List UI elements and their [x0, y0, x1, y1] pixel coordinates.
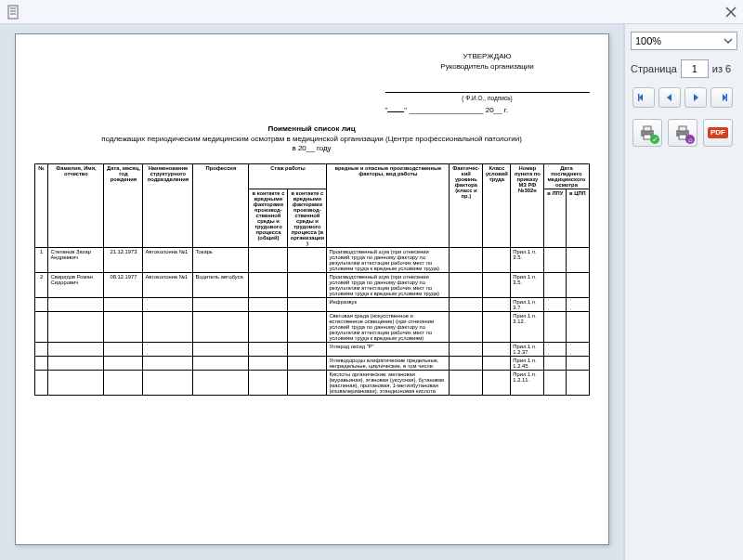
svg-rect-0: [8, 6, 18, 19]
table-cell: [249, 371, 288, 396]
table-cell: Прил.1 п. 3.5.: [511, 248, 544, 273]
table-body: 1Степанов Захар Андреевич21.12.1973Авток…: [34, 248, 589, 396]
zoom-row: 100%: [631, 32, 737, 50]
table-cell: [544, 248, 567, 273]
table-cell: [567, 248, 589, 273]
table-cell: [450, 371, 483, 396]
table-cell: Степанов Захар Андреевич: [48, 248, 104, 273]
table-cell: Прил.1 п. 1.2.37.: [511, 343, 544, 357]
th-cpp: в ЦПП: [567, 189, 589, 248]
table-cell: [483, 343, 511, 357]
table-cell: Прил.1 п. 3.7.: [511, 298, 544, 312]
table-cell: [544, 298, 567, 312]
print-preview-button[interactable]: ⌕: [668, 119, 697, 147]
table-cell: [143, 312, 193, 343]
table-cell: [249, 298, 288, 312]
table-cell: [104, 312, 143, 343]
th-exp: Стаж работы: [249, 164, 327, 189]
table-cell: [450, 248, 483, 273]
top-toolbar: [0, 0, 743, 24]
table-cell: [104, 357, 143, 371]
table-cell: Производственный шум (при отнесении усло…: [327, 248, 450, 273]
table-cell: [288, 343, 327, 357]
table-row: Световая среда (искусственное и естестве…: [34, 312, 589, 343]
table-cell: Углерод оксид "Р": [327, 343, 450, 357]
approval-date: "" __________________ 20__ г.: [385, 104, 590, 115]
title-block: Поименный список лиц подлежащих периодич…: [34, 124, 590, 154]
table-cell: Инфразвук: [327, 298, 450, 312]
th-exp2: в контакте с вредными факторами производ…: [288, 189, 327, 248]
th-unit: Наименование структурного подразделения: [143, 164, 193, 248]
th-fio: Фамилия, Имя, отчество: [48, 164, 104, 248]
table-cell: [249, 273, 288, 298]
table-cell: [193, 357, 249, 371]
table-cell: [483, 371, 511, 396]
table-cell: [544, 371, 567, 396]
zoom-value: 100%: [635, 35, 661, 46]
manager-caption: Руководитель организации: [385, 61, 590, 72]
title-line1: Поименный список лиц: [34, 124, 590, 135]
svg-rect-7: [726, 94, 728, 101]
prev-page-button[interactable]: [658, 87, 681, 108]
last-page-button[interactable]: [710, 87, 733, 108]
document-scroll[interactable]: УТВЕРЖДАЮ Руководитель организации ( Ф.И…: [0, 24, 623, 560]
table-cell: 21.12.1973: [104, 248, 143, 273]
check-icon: ✓: [650, 135, 659, 144]
table-cell: [288, 298, 327, 312]
table-cell: [249, 248, 288, 273]
table-cell: Прил.1 п. 3.5.: [511, 273, 544, 298]
page-total: из 6: [712, 63, 731, 74]
table-cell: [288, 312, 327, 343]
signature-line: [385, 85, 590, 93]
title-line3: в 20__ году: [34, 144, 590, 154]
sidebar-panel: 100% Страница из 6: [624, 24, 743, 560]
export-pdf-button[interactable]: PDF: [703, 119, 733, 147]
page-row: Страница из 6: [631, 59, 737, 78]
first-page-button[interactable]: [632, 87, 655, 108]
table-cell: 2: [34, 273, 48, 298]
table-cell: [544, 273, 567, 298]
zoom-select[interactable]: 100%: [631, 32, 737, 50]
table-cell: [544, 312, 567, 343]
table-cell: [450, 343, 483, 357]
chevron-down-icon: [723, 36, 733, 46]
document-icon: [6, 5, 20, 20]
table-cell: [483, 312, 511, 343]
main-area: УТВЕРЖДАЮ Руководитель организации ( Ф.И…: [0, 24, 743, 560]
table-cell: [450, 357, 483, 371]
table-cell: Автоколонна №1: [143, 273, 193, 298]
table-row: 1Степанов Захар Андреевич21.12.1973Авток…: [34, 248, 589, 273]
table-cell: [143, 357, 193, 371]
table-row: ИнфразвукПрил.1 п. 3.7.: [34, 298, 589, 312]
table-cell: [450, 273, 483, 298]
approval-caption: УТВЕРЖДАЮ: [385, 51, 590, 61]
table-cell: [450, 298, 483, 312]
approval-block: УТВЕРЖДАЮ Руководитель организации ( Ф.И…: [385, 51, 590, 115]
table-cell: [193, 312, 249, 343]
table-cell: Световая среда (искусственное и естестве…: [327, 312, 450, 343]
action-row: ✓ ⌕ PDF: [631, 119, 737, 147]
table-cell: Кислоты органические: метановая (муравьи…: [327, 371, 450, 396]
page-input[interactable]: [681, 59, 709, 78]
table-cell: [193, 343, 249, 357]
svg-rect-12: [679, 126, 686, 131]
th-last: Дата последнего медицинского осмотра: [544, 164, 589, 189]
app-window: УТВЕРЖДАЮ Руководитель организации ( Ф.И…: [0, 0, 743, 560]
next-page-button[interactable]: [684, 87, 707, 108]
close-icon[interactable]: [724, 6, 737, 19]
table-cell: [483, 248, 511, 273]
th-factors: вредные и опасные производственные факто…: [327, 164, 450, 248]
th-order: Номер пункта по приказу МЗ РФ №302н: [511, 164, 544, 248]
table-cell: [567, 273, 589, 298]
table-row: Углеводороды алифатические предельные, н…: [34, 357, 589, 371]
table-cell: [48, 298, 104, 312]
table-cell: [450, 312, 483, 343]
table-cell: [483, 298, 511, 312]
table-cell: Прил.1 п. 1.2.11.: [511, 371, 544, 396]
table-cell: Прил.1 п. 3.12.: [511, 312, 544, 343]
table-cell: [34, 298, 48, 312]
document-viewport: УТВЕРЖДАЮ Руководитель организации ( Ф.И…: [0, 24, 624, 560]
table-cell: Прил.1 п. 1.2.45.: [511, 357, 544, 371]
print-button[interactable]: ✓: [632, 119, 662, 147]
table-cell: [48, 371, 104, 396]
